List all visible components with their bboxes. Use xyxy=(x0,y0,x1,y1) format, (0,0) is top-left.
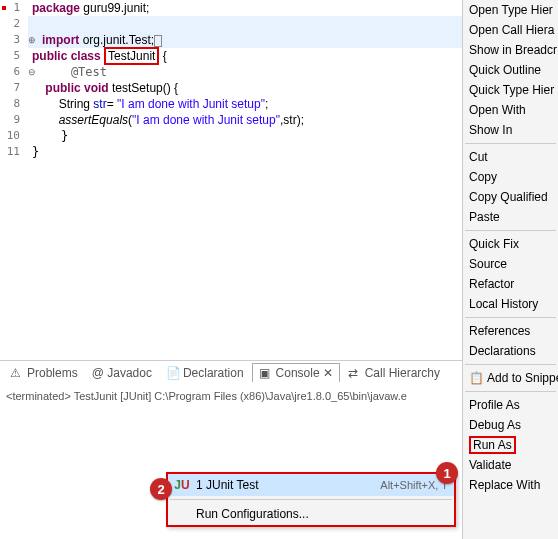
menu-paste[interactable]: Paste xyxy=(463,207,558,227)
tab-console[interactable]: ▣Console ✕ xyxy=(252,363,340,382)
tab-call-hierarchy[interactable]: ⇄Call Hierarchy xyxy=(342,364,446,382)
menu-separator xyxy=(170,499,452,500)
line-number: 3 xyxy=(0,32,28,48)
declaration-icon: 📄 xyxy=(166,366,180,380)
code-line: @Test xyxy=(28,64,107,80)
menu-open-type-hierarchy[interactable]: Open Type Hier xyxy=(463,0,558,20)
line-number: 6 xyxy=(0,64,28,80)
line-number: 2 xyxy=(0,16,28,32)
console-status: <terminated> TestJunit [JUnit] C:\Progra… xyxy=(0,386,462,406)
menu-separator xyxy=(465,317,556,318)
callout-1: 1 xyxy=(436,462,458,484)
blank-icon xyxy=(174,506,190,522)
menu-separator xyxy=(465,230,556,231)
line-number: 5 xyxy=(0,48,28,64)
menu-copy[interactable]: Copy xyxy=(463,167,558,187)
submenu-junit-test[interactable]: JU 1 JUnit Test Alt+Shift+X, T xyxy=(168,474,454,496)
menu-declarations[interactable]: Declarations xyxy=(463,341,558,361)
classname-highlight: TestJunit xyxy=(104,47,159,65)
tab-javadoc[interactable]: @ Javadoc xyxy=(86,364,158,382)
menu-refactor[interactable]: Refactor xyxy=(463,274,558,294)
menu-quick-outline[interactable]: Quick Outline xyxy=(463,60,558,80)
menu-run-as[interactable]: Run As xyxy=(463,435,558,455)
run-as-submenu: JU 1 JUnit Test Alt+Shift+X, T Run Confi… xyxy=(166,472,456,527)
menu-debug-as[interactable]: Debug As xyxy=(463,415,558,435)
menu-source[interactable]: Source xyxy=(463,254,558,274)
line-number: 11 xyxy=(0,144,28,160)
expand-icon[interactable]: ⊕ xyxy=(28,32,36,48)
menu-copy-qualified[interactable]: Copy Qualified xyxy=(463,187,558,207)
menu-separator xyxy=(465,364,556,365)
collapse-icon[interactable]: ⊖ xyxy=(28,64,36,80)
menu-validate[interactable]: Validate xyxy=(463,455,558,475)
menu-open-call-hierarchy[interactable]: Open Call Hiera xyxy=(463,20,558,40)
line-number: 7 xyxy=(0,80,28,96)
menu-show-breadcrumb[interactable]: Show in Breadcr xyxy=(463,40,558,60)
tab-declaration[interactable]: 📄Declaration xyxy=(160,364,250,382)
menu-profile-as[interactable]: Profile As xyxy=(463,395,558,415)
menu-open-with[interactable]: Open With xyxy=(463,100,558,120)
menu-cut[interactable]: Cut xyxy=(463,147,558,167)
tab-problems[interactable]: ⚠Problems xyxy=(4,364,84,382)
console-icon: ▣ xyxy=(259,366,273,380)
snippet-icon: 📋 xyxy=(469,371,483,385)
code-line: public void testSetup() { xyxy=(28,80,178,96)
code-line: String str= "I am done with Junit setup"… xyxy=(28,96,268,112)
code-line: assertEquals("I am done with Junit setup… xyxy=(28,112,304,128)
menu-references[interactable]: References xyxy=(463,321,558,341)
code-line: package guru99.junit; xyxy=(28,0,149,16)
menu-separator xyxy=(465,391,556,392)
line-number: 8 xyxy=(0,96,28,112)
code-line: } xyxy=(28,144,39,160)
code-line: public class TestJunit { xyxy=(28,48,167,64)
junit-icon: JU xyxy=(174,477,190,493)
menu-quick-fix[interactable]: Quick Fix xyxy=(463,234,558,254)
menu-local-history[interactable]: Local History xyxy=(463,294,558,314)
bottom-tabs: ⚠Problems @ Javadoc 📄Declaration ▣Consol… xyxy=(0,360,462,384)
problems-icon: ⚠ xyxy=(10,366,24,380)
code-line xyxy=(28,16,32,32)
menu-add-snippets[interactable]: 📋Add to Snippets xyxy=(463,368,558,388)
callout-2: 2 xyxy=(150,478,172,500)
submenu-run-configurations[interactable]: Run Configurations... xyxy=(168,503,454,525)
menu-separator xyxy=(465,143,556,144)
menu-replace-with[interactable]: Replace With xyxy=(463,475,558,495)
code-line: } xyxy=(28,128,68,144)
context-menu: Open Type Hier Open Call Hiera Show in B… xyxy=(462,0,558,539)
menu-quick-type-hierarchy[interactable]: Quick Type Hier xyxy=(463,80,558,100)
callhier-icon: ⇄ xyxy=(348,366,362,380)
menu-show-in[interactable]: Show In xyxy=(463,120,558,140)
runas-highlight: Run As xyxy=(469,436,516,454)
line-number: 10 xyxy=(0,128,28,144)
line-number: 9 xyxy=(0,112,28,128)
code-line: import org.junit.Test; xyxy=(28,32,162,48)
code-editor[interactable]: 1package guru99.junit; 2 3⊕import org.ju… xyxy=(0,0,462,355)
